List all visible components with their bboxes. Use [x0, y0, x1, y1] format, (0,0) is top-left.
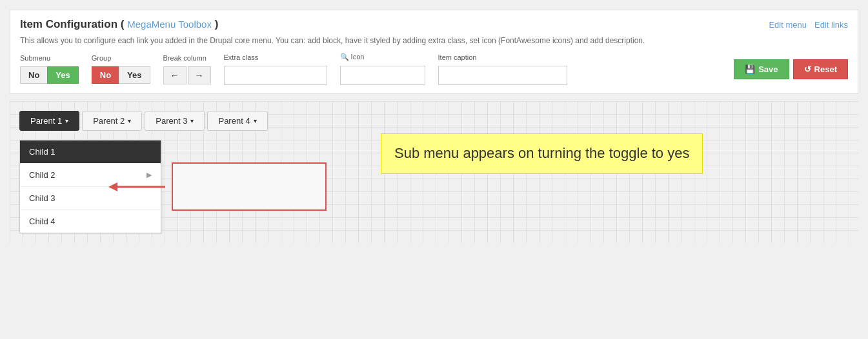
- child-submenu-arrow-icon: ▶: [146, 171, 152, 179]
- arrow-group: ← →: [163, 66, 211, 84]
- tab-label: Parent 1: [30, 116, 62, 126]
- icon-search-symbol: 🔍: [340, 53, 349, 61]
- submenu-label: Submenu: [20, 54, 79, 62]
- title-row: Item Configuration ( MegaMenu Toolbox ) …: [20, 18, 848, 31]
- tab-label: Parent 4: [218, 116, 250, 126]
- content-area: Child 1Child 2▶Child 3Child 4 Sub menu a…: [19, 140, 849, 233]
- extra-class-control: Extra class: [224, 53, 327, 85]
- group-control: Group No Yes: [92, 54, 150, 84]
- reset-label: Reset: [814, 64, 837, 74]
- inner-content: Parent 1▾Parent 2▾Parent 3▾Parent 4▾ Chi…: [19, 111, 849, 233]
- extra-class-input[interactable]: [224, 66, 327, 85]
- group-label: Group: [92, 54, 150, 62]
- main-container: Item Configuration ( MegaMenu Toolbox ) …: [0, 0, 868, 339]
- tab-parent-3[interactable]: Parent 3▾: [145, 111, 205, 131]
- child-label: Child 3: [29, 193, 55, 203]
- group-yes-btn[interactable]: Yes: [119, 66, 150, 84]
- reset-icon: ↺: [804, 64, 811, 74]
- child-item-1[interactable]: Child 1: [20, 140, 161, 164]
- svg-marker-1: [108, 182, 117, 191]
- reset-button[interactable]: ↺ Reset: [793, 59, 848, 79]
- submenu-yes-btn[interactable]: Yes: [47, 66, 78, 84]
- icon-input[interactable]: [341, 66, 425, 84]
- icon-label: 🔍 Icon: [340, 53, 425, 61]
- header-links: Edit menu Edit links: [769, 20, 848, 30]
- tab-label: Parent 3: [156, 116, 187, 126]
- sub-menu-panel: [172, 162, 327, 211]
- save-label: Save: [758, 64, 778, 74]
- extra-class-label: Extra class: [224, 53, 327, 61]
- header-section: Item Configuration ( MegaMenu Toolbox ) …: [10, 10, 858, 93]
- grid-bg: Parent 1▾Parent 2▾Parent 3▾Parent 4▾ Chi…: [10, 101, 858, 243]
- save-button[interactable]: 💾 Save: [734, 59, 789, 79]
- tab-parent-2[interactable]: Parent 2▾: [82, 111, 142, 131]
- submenu-no-btn[interactable]: No: [20, 66, 47, 84]
- description-text: This allows you to configure each link y…: [20, 36, 848, 45]
- child-label: Child 2: [29, 170, 55, 180]
- submenu-toggle: No Yes: [20, 66, 79, 84]
- arrow-left-btn[interactable]: ←: [163, 66, 187, 84]
- item-caption-input[interactable]: [438, 66, 567, 85]
- save-icon: 💾: [745, 64, 755, 74]
- edit-menu-link[interactable]: Edit menu: [769, 20, 807, 30]
- child-label: Child 1: [29, 147, 55, 157]
- chevron-down-icon: ▾: [65, 117, 68, 124]
- chevron-down-icon: ▾: [128, 117, 131, 124]
- toolbox-link[interactable]: MegaMenu Toolbox: [127, 19, 212, 30]
- child-item-4[interactable]: Child 4: [20, 210, 161, 233]
- item-caption-label: Item caption: [438, 53, 567, 61]
- controls-row: Submenu No Yes Group No Yes Break column…: [20, 53, 848, 85]
- tab-parent-1[interactable]: Parent 1▾: [19, 111, 79, 131]
- arrow-right-btn[interactable]: →: [188, 66, 211, 84]
- child-label: Child 4: [29, 217, 55, 226]
- red-arrow-icon: [108, 179, 165, 195]
- icon-input-wrap: [340, 66, 425, 85]
- tab-parent-4[interactable]: Parent 4▾: [207, 111, 267, 131]
- submenu-control: Submenu No Yes: [20, 54, 79, 84]
- save-reset-group: 💾 Save ↺ Reset: [734, 59, 848, 79]
- menu-tabs: Parent 1▾Parent 2▾Parent 3▾Parent 4▾: [19, 111, 849, 131]
- item-caption-control: Item caption: [438, 53, 567, 85]
- break-column-control: Break column ← →: [163, 54, 211, 84]
- chevron-down-icon: ▾: [190, 117, 194, 124]
- edit-links-link[interactable]: Edit links: [814, 20, 848, 30]
- icon-control: 🔍 Icon: [340, 53, 425, 85]
- chevron-down-icon: ▾: [254, 117, 257, 124]
- group-no-btn[interactable]: No: [92, 66, 119, 84]
- tooltip-box: Sub menu appears on turning the toggle t…: [381, 133, 703, 174]
- group-toggle: No Yes: [92, 66, 150, 84]
- tab-label: Parent 2: [93, 116, 125, 126]
- title-text: Item Configuration: [20, 18, 117, 30]
- break-column-label: Break column: [163, 54, 211, 62]
- page-title: Item Configuration ( MegaMenu Toolbox ): [20, 18, 218, 31]
